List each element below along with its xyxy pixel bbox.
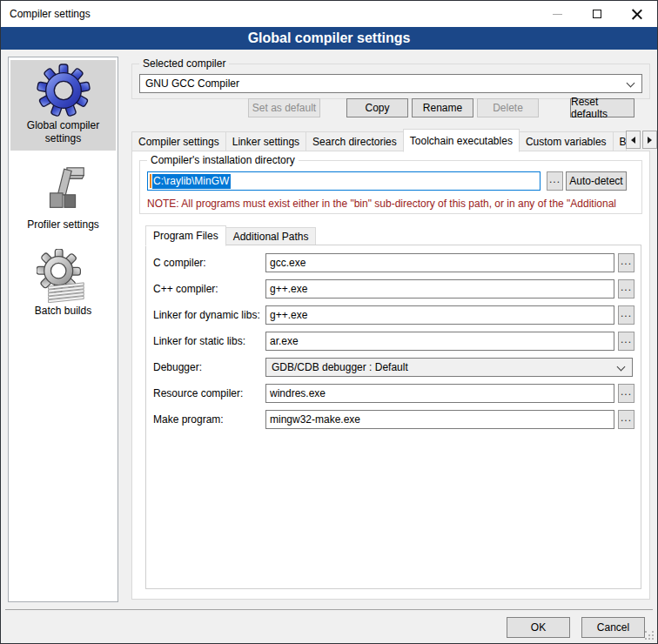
make-program-label: Make program:	[153, 413, 224, 426]
sidebar-item-profiler-settings[interactable]: Profiler settings	[10, 159, 116, 237]
debugger-select-value: GDB/CDB debugger : Default	[272, 361, 408, 373]
installation-directory-group-label: Compiler's installation directory	[147, 154, 299, 167]
selected-compiler-group: Selected compiler GNU GCC Compiler	[131, 64, 650, 99]
note-text: NOTE: All programs must exist either in …	[147, 198, 638, 210]
make-program-input[interactable]	[265, 410, 614, 429]
sidebar-item-batch-builds[interactable]: Batch builds	[10, 245, 116, 323]
installation-directory-value: C:\raylib\MinGW	[152, 174, 231, 189]
installation-directory-browse-button[interactable]: ...	[547, 171, 563, 191]
tab-custom-variables[interactable]: Custom variables	[519, 131, 614, 151]
footer-divider	[5, 609, 653, 610]
copy-button[interactable]: Copy	[346, 98, 408, 117]
resource-compiler-browse-button[interactable]: ...	[618, 384, 634, 403]
set-as-default-button[interactable]: Set as default	[248, 98, 320, 117]
tab-linker-settings[interactable]: Linker settings	[225, 131, 306, 151]
sidebar-item-label: Batch builds	[10, 305, 116, 318]
dynamic-linker-row: Linker for dynamic libs: ...	[153, 305, 641, 325]
text-caret	[150, 174, 151, 188]
subtab-program-files[interactable]: Program Files	[145, 225, 226, 246]
chevron-down-icon	[627, 79, 635, 88]
c-compiler-browse-button[interactable]: ...	[618, 253, 634, 272]
ok-button[interactable]: OK	[507, 617, 570, 638]
tab-search-directories[interactable]: Search directories	[306, 131, 404, 151]
delete-button[interactable]: Delete	[477, 98, 539, 117]
resize-grip[interactable]	[645, 631, 647, 633]
maximize-icon	[593, 10, 601, 18]
settings-category-list: Global compiler settings Profiler settin…	[8, 57, 118, 602]
tab-scroll-right-button[interactable]	[642, 131, 657, 149]
gray-gear-stack-icon	[37, 249, 91, 303]
blue-gear-icon	[37, 64, 91, 117]
auto-detect-button[interactable]: Auto-detect	[566, 171, 627, 191]
close-icon	[632, 9, 642, 19]
arrow-right-icon	[648, 137, 652, 144]
debugger-label: Debugger:	[153, 361, 202, 373]
static-linker-input[interactable]	[265, 332, 614, 351]
debugger-select[interactable]: GDB/CDB debugger : Default	[265, 358, 633, 377]
tab-toolchain-executables[interactable]: Toolchain executables	[403, 129, 520, 152]
caption-buttons	[537, 1, 657, 27]
settings-tabstrip: Compiler settings Linker settings Search…	[131, 127, 650, 151]
chevron-down-icon	[617, 363, 626, 372]
compiler-actions: Set as default Copy Rename Delete Reset …	[127, 98, 652, 119]
cpp-compiler-label: C++ compiler:	[153, 283, 218, 295]
window-title: Compiler settings	[1, 8, 91, 20]
cpp-compiler-input[interactable]	[265, 279, 614, 299]
static-linker-browse-button[interactable]: ...	[618, 332, 634, 351]
tab-scroll-arrows	[626, 131, 657, 149]
cancel-button[interactable]: Cancel	[581, 617, 645, 638]
maximize-button[interactable]	[577, 1, 617, 27]
footer: OK Cancel	[1, 615, 657, 640]
c-compiler-row: C compiler: ...	[153, 253, 641, 272]
minimize-icon	[553, 14, 562, 15]
c-compiler-input[interactable]	[265, 253, 614, 272]
caliper-icon	[37, 163, 91, 217]
sidebar-item-label: Global compiler settings	[10, 119, 116, 145]
make-program-browse-button[interactable]: ...	[618, 410, 634, 429]
compiler-settings-dialog: Compiler settings Global compiler settin…	[0, 0, 658, 644]
tab-scroll-left-button[interactable]	[626, 131, 641, 149]
program-files-page: C compiler: ... C++ compiler: ... Linker…	[145, 245, 641, 589]
dynamic-linker-input[interactable]	[265, 305, 614, 325]
debugger-row: Debugger: GDB/CDB debugger : Default	[153, 358, 641, 377]
arrow-left-icon	[631, 137, 635, 144]
dynamic-linker-label: Linker for dynamic libs:	[153, 309, 260, 321]
static-linker-label: Linker for static libs:	[153, 335, 245, 347]
installation-directory-group: Compiler's installation directory C:\ray…	[139, 160, 642, 214]
rename-button[interactable]: Rename	[412, 98, 473, 117]
cpp-compiler-row: C++ compiler: ...	[153, 279, 641, 299]
sidebar-item-global-compiler-settings[interactable]: Global compiler settings	[10, 60, 116, 151]
titlebar[interactable]: Compiler settings	[1, 1, 657, 27]
page-title: Global compiler settings	[1, 27, 657, 50]
dynamic-linker-browse-button[interactable]: ...	[618, 305, 634, 325]
compiler-select[interactable]: GNU GCC Compiler	[139, 74, 642, 93]
reset-defaults-button[interactable]: Reset defaults	[570, 98, 634, 117]
cpp-compiler-browse-button[interactable]: ...	[618, 279, 634, 299]
installation-directory-input[interactable]: C:\raylib\MinGW	[147, 171, 540, 191]
resource-compiler-input[interactable]	[265, 384, 614, 403]
selected-compiler-group-label: Selected compiler	[139, 57, 229, 70]
compiler-select-value: GNU GCC Compiler	[145, 77, 239, 90]
resource-compiler-row: Resource compiler: ...	[153, 384, 641, 403]
make-program-row: Make program: ...	[153, 410, 641, 429]
programs-subtabs: Program Files Additional Paths	[145, 225, 315, 245]
c-compiler-label: C compiler:	[153, 257, 206, 269]
sidebar-item-label: Profiler settings	[10, 218, 116, 231]
toolchain-executables-page: Compiler's installation directory C:\ray…	[131, 151, 650, 600]
static-linker-row: Linker for static libs: ...	[153, 332, 641, 351]
subtab-additional-paths[interactable]: Additional Paths	[225, 227, 317, 245]
close-button[interactable]	[617, 1, 657, 27]
resource-compiler-label: Resource compiler:	[153, 387, 243, 399]
minimize-button[interactable]	[537, 1, 577, 27]
tab-build-options[interactable]: Build options	[613, 131, 627, 151]
tab-compiler-settings[interactable]: Compiler settings	[131, 131, 226, 151]
